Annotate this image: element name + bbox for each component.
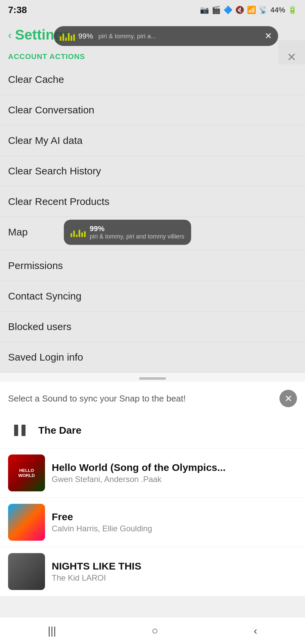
t-bar-6 <box>84 231 86 237</box>
nav-home-button[interactable]: ○ <box>145 621 165 640</box>
t-bar-1 <box>71 233 72 237</box>
settings-panel: ‹ Settings 99% piri & tommy, piri a... ✕… <box>0 20 305 373</box>
now-playing-bar[interactable]: 99% piri & tommy, piri a... ✕ <box>54 26 278 46</box>
back-button[interactable]: ‹ <box>8 29 12 41</box>
svg-rect-0 <box>14 425 18 436</box>
map-tooltip[interactable]: 99% piri & tommy, piri and tommy villier… <box>64 220 191 245</box>
settings-item-contact-syncing[interactable]: Contact Syncing <box>0 281 305 312</box>
status-icons: 📷 🎬 🔷 🔇 📶 📡 44% 🔋 <box>200 6 297 14</box>
instagram-icon: 📷 <box>200 6 209 14</box>
drag-handle <box>139 377 166 380</box>
settings-item-saved-login[interactable]: Saved Login info <box>0 342 305 373</box>
music-item-title-nights: NIGHTS LIKE THIS <box>52 560 297 572</box>
music-item-free[interactable]: Free Calvin Harris, Ellie Goulding <box>0 498 305 547</box>
drag-handle-area[interactable] <box>0 373 305 382</box>
t-bar-3 <box>76 234 78 237</box>
svg-rect-1 <box>21 425 26 436</box>
waveform-bar-1 <box>60 36 61 41</box>
music-picker: Select a Sound to sync your Snap to the … <box>0 382 305 596</box>
music-picker-close-button[interactable]: ✕ <box>279 390 297 407</box>
music-item-artist-nights: The Kid LAROI <box>52 573 297 583</box>
music-item-artist-free: Calvin Harris, Ellie Goulding <box>52 524 297 533</box>
bluetooth-icon: 🔷 <box>223 6 232 14</box>
music-item-title-the-dare: The Dare <box>38 425 297 436</box>
music-item-title-hello-world: Hello World (Song of the Olympics... <box>52 462 297 473</box>
music-item-title-free: Free <box>52 511 297 523</box>
bottom-nav: ||| ○ ‹ <box>0 617 305 644</box>
music-item-the-dare[interactable]: The Dare <box>0 413 305 448</box>
thumb-hello-world-art: HELLOWORLD <box>8 454 45 491</box>
video-icon: 🎬 <box>212 6 221 14</box>
music-item-thumb-nights <box>8 553 45 590</box>
status-time: 7:38 <box>8 5 27 15</box>
now-playing-left: 99% piri & tommy, piri a... <box>60 32 156 41</box>
settings-item-clear-search-history[interactable]: Clear Search History <box>0 156 305 186</box>
settings-item-blocked-users[interactable]: Blocked users <box>0 312 305 342</box>
battery-icon: 🔋 <box>288 6 297 14</box>
now-playing-text: 99% <box>78 32 93 41</box>
music-item-info-nights: NIGHTS LIKE THIS The Kid LAROI <box>52 560 297 583</box>
settings-item-map[interactable]: Map 99% piri & tommy, piri and tommy vil… <box>0 217 305 251</box>
settings-item-clear-ai-data[interactable]: Clear My AI data <box>0 125 305 156</box>
tooltip-waveform <box>71 228 86 237</box>
now-playing-track: piri & tommy, piri a... <box>98 33 156 40</box>
thumb-free-art <box>8 504 45 541</box>
nav-back-button[interactable]: ‹ <box>247 621 264 640</box>
thumb-nights-art <box>8 553 45 590</box>
battery-text: 44% <box>270 6 285 14</box>
music-item-thumb-hello-world: HELLOWORLD <box>8 454 45 491</box>
music-item-hello-world[interactable]: HELLOWORLD Hello World (Song of the Olym… <box>0 448 305 498</box>
music-item-artist-hello-world: Gwen Stefani, Anderson .Paak <box>52 475 297 484</box>
music-item-info-the-dare: The Dare <box>38 425 297 436</box>
waveform-bar-4 <box>68 33 70 41</box>
signal-icon: 📡 <box>259 6 268 14</box>
settings-item-clear-conversation[interactable]: Clear Conversation <box>0 95 305 125</box>
waveform-bar-2 <box>62 34 64 41</box>
music-item-nights-like-this[interactable]: NIGHTS LIKE THIS The Kid LAROI <box>0 547 305 596</box>
account-actions-label: ACCOUNT ACTIONS <box>0 46 305 64</box>
t-bar-2 <box>73 230 75 237</box>
music-item-info-hello-world: Hello World (Song of the Olympics... Gwe… <box>52 462 297 484</box>
waveform-bar-6 <box>73 34 75 41</box>
status-bar: 7:38 📷 🎬 🔷 🔇 📶 📡 44% 🔋 <box>0 0 305 20</box>
settings-item-clear-cache[interactable]: Clear Cache <box>0 64 305 95</box>
settings-header: ‹ Settings 99% piri & tommy, piri a... ✕ <box>0 20 305 46</box>
t-bar-5 <box>81 232 83 237</box>
now-playing-waveform <box>60 32 75 41</box>
mute-icon: 🔇 <box>235 6 244 14</box>
settings-item-permissions[interactable]: Permissions <box>0 251 305 281</box>
pause-icon <box>8 419 32 442</box>
tooltip-text: 99% piri & tommy, piri and tommy villier… <box>90 224 184 240</box>
music-item-thumb-free <box>8 504 45 541</box>
music-picker-title: Select a Sound to sync your Snap to the … <box>8 393 186 404</box>
wifi-icon: 📶 <box>247 6 256 14</box>
waveform-bar-3 <box>65 38 67 41</box>
nav-menu-button[interactable]: ||| <box>41 621 63 640</box>
settings-item-clear-recent-products[interactable]: Clear Recent Products <box>0 186 305 217</box>
music-item-info-free: Free Calvin Harris, Ellie Goulding <box>52 511 297 533</box>
now-playing-close-button[interactable]: ✕ <box>265 31 272 41</box>
t-bar-4 <box>79 230 80 237</box>
waveform-bar-5 <box>71 36 72 41</box>
tooltip-track: piri & tommy, piri and tommy villiers <box>90 233 184 240</box>
tooltip-percent: 99% <box>90 224 184 233</box>
music-picker-header: Select a Sound to sync your Snap to the … <box>0 382 305 413</box>
